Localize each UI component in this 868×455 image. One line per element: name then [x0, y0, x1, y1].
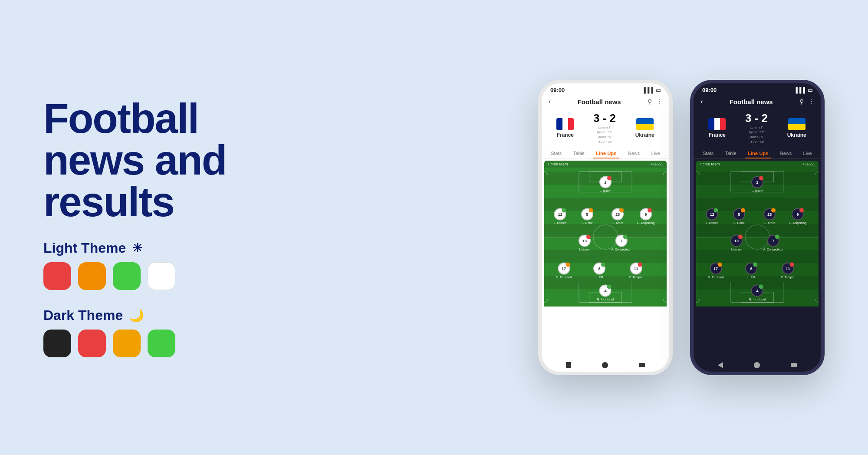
swatch-white-light — [148, 262, 175, 290]
recent-nav-dark[interactable] — [791, 363, 797, 367]
tab-table-dark[interactable]: Table — [723, 149, 739, 158]
battery-icon-light: ▭ — [656, 87, 661, 93]
player-9-dark: 9 E. Adipiscing — [789, 208, 806, 224]
badge-13-light — [586, 234, 591, 239]
player-2-light: 2 L. Ipsum — [599, 176, 612, 192]
tab-stats-light[interactable]: Stats — [548, 149, 564, 158]
phone-bottom-light — [542, 359, 669, 372]
tabs-bar-light: Stats Table Line-Ups News Live — [542, 146, 669, 159]
app-title-dark: Football news — [703, 98, 799, 106]
field-container-light: Home team 4-3-2-1 — [544, 161, 667, 357]
badge-11-light — [638, 262, 642, 267]
player-11-dark: 11 P. Tempor — [781, 262, 795, 278]
sun-icon: ☀ — [132, 241, 143, 255]
player-5-dark: 5 S. Dolor — [733, 208, 745, 224]
badge-5-dark — [741, 208, 745, 212]
svg-rect-16 — [696, 250, 819, 263]
main-layout: Football news and results Light Theme ☀ … — [43, 32, 825, 423]
badge-17-light — [566, 262, 570, 267]
player-11-light: 11 P. Tempor — [629, 262, 643, 278]
player-9-light: 9 E. Adipiscing — [637, 208, 654, 224]
badge-2-dark — [759, 176, 763, 181]
swatch-green-dark — [148, 330, 175, 357]
headline-line2: news and results — [43, 139, 282, 223]
svg-rect-3 — [544, 224, 667, 237]
team-home-dark: France — [708, 118, 726, 138]
player-12-dark: 12 T. Labore — [706, 208, 718, 224]
recent-nav-light[interactable] — [639, 363, 645, 367]
player-17-dark: 17 M. Eiusmod — [708, 262, 724, 278]
badge-12-light — [562, 208, 566, 212]
team-away-name-dark: Ukraine — [787, 132, 806, 138]
swatch-red-light — [43, 262, 71, 290]
team-home-name-light: France — [557, 132, 574, 138]
field-header-light: Home team 4-3-2-1 — [544, 161, 667, 168]
team-away-dark: Ukraine — [787, 118, 806, 138]
tab-live-dark[interactable]: Live — [801, 149, 815, 158]
badge-5-light — [589, 208, 593, 212]
svg-rect-15 — [696, 224, 819, 237]
status-icons-light: ▐▐▐ ▭ — [642, 87, 661, 93]
team-home-light: France — [556, 118, 574, 138]
svg-rect-4 — [544, 250, 667, 263]
swatch-red-dark — [78, 330, 106, 357]
time-dark: 09:00 — [702, 87, 717, 93]
player-23-light: 23 L. Amet — [612, 208, 624, 224]
more-icon-dark[interactable]: ⋮ — [808, 98, 814, 105]
score-block-dark: 3 - 2 Lorem 8' Ipsum 32' Dolor 76' Amet … — [745, 112, 768, 145]
status-bar-dark: 09:00 ▐▐▐ ▭ — [694, 83, 821, 95]
signal-icon-dark: ▐▐▐ — [794, 87, 805, 93]
home-nav-light[interactable] — [602, 362, 608, 368]
tab-live-light[interactable]: Live — [649, 149, 663, 158]
badge-9-light — [648, 208, 652, 212]
badge-8-dark — [753, 262, 757, 267]
badge-23-light — [619, 208, 624, 212]
signal-icon-light: ▐▐▐ — [642, 87, 653, 93]
moon-icon: 🌙 — [129, 308, 144, 323]
status-icons-dark: ▐▐▐ ▭ — [794, 87, 812, 93]
left-panel: Football news and results Light Theme ☀ … — [43, 98, 282, 357]
home-nav-dark[interactable] — [754, 362, 760, 368]
field-header-dark: Home team 4-3-2-1 — [696, 161, 819, 168]
team-away-name-light: Ukraine — [635, 132, 654, 138]
player-8-dark: 8 L. Elit — [745, 262, 757, 278]
player-13-dark: 13 I. Lorem — [730, 234, 743, 251]
score-section-light: France 3 - 2 Lorem 8' Ipsum 32' Dolor 76… — [542, 108, 669, 146]
home-team-label-light: Home team — [548, 162, 568, 166]
tab-lineups-light[interactable]: Line-Ups — [593, 149, 619, 158]
badge-12-dark — [714, 208, 718, 212]
search-icon-light[interactable]: ⚲ — [648, 98, 652, 105]
dark-theme-label: Dark Theme 🌙 — [43, 307, 282, 323]
badge-9-dark — [799, 208, 804, 212]
player-7-light: 7 A. Consectetur — [612, 234, 631, 251]
formation-dark: 4-3-2-1 — [802, 162, 815, 166]
player-4-light: 4 N. Incididunt — [597, 284, 614, 300]
flag-ukraine-dark — [788, 118, 806, 130]
badge-7-dark — [775, 234, 779, 239]
score-text-light: 3 - 2 — [593, 112, 616, 125]
score-section-dark: France 3 - 2 Lorem 8' Ipsum 32' Dolor 76… — [694, 108, 821, 146]
home-team-label-dark: Home team — [700, 162, 720, 166]
tab-stats-dark[interactable]: Stats — [700, 149, 716, 158]
tab-table-light[interactable]: Table — [571, 149, 587, 158]
tab-lineups-dark[interactable]: Line-Ups — [745, 149, 771, 158]
app-title-light: Football news — [551, 98, 648, 106]
score-details-dark: Lorem 8' Ipsum 32' Dolor 76' Amet 24' — [749, 125, 764, 145]
dark-theme-section: Dark Theme 🌙 — [43, 307, 282, 357]
formation-light: 4-3-2-1 — [651, 162, 663, 166]
tab-news-light[interactable]: News — [625, 149, 643, 158]
status-bar-light: 09:00 ▐▐▐ ▭ — [542, 83, 669, 95]
search-icon-dark[interactable]: ⚲ — [799, 98, 804, 105]
light-theme-swatches — [43, 262, 282, 290]
player-13-light: 13 I. Lorem — [579, 234, 591, 251]
more-icon-light[interactable]: ⋮ — [656, 98, 662, 105]
tab-news-dark[interactable]: News — [777, 149, 795, 158]
player-8-light: 8 L. Elit — [593, 262, 605, 278]
player-17-light: 17 M. Eiusmod — [556, 262, 572, 278]
team-home-name-dark: France — [709, 132, 726, 138]
back-nav-light[interactable] — [566, 362, 571, 368]
football-field-light: 2 L. Ipsum 12 T. Labore — [544, 168, 667, 307]
player-23-dark: 23 L. Amet — [763, 208, 776, 224]
badge-4-light — [607, 284, 612, 289]
back-nav-dark[interactable] — [718, 362, 723, 368]
